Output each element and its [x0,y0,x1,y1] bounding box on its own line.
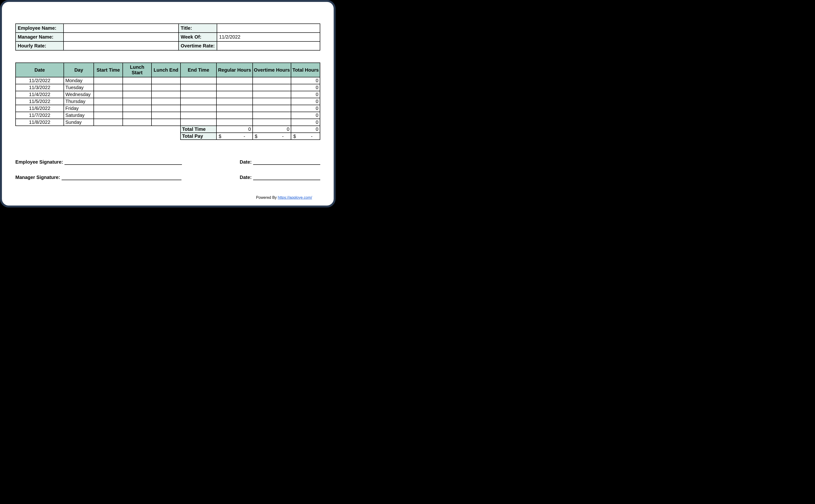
manager-signature-line[interactable] [62,174,181,180]
cell-day: Thursday [64,98,94,105]
employee-name-label: Employee Name: [16,24,63,33]
info-row-3: Hourly Rate: Overtime Rate: [16,41,320,50]
info-table: Employee Name: Title: Manager Name: Week… [15,23,320,51]
cell-total: 0 [291,77,320,84]
cell-ot[interactable] [253,84,291,91]
table-row: 11/3/2022Tuesday0 [16,84,320,91]
hourly-rate-value[interactable] [63,41,179,50]
col-end-time: End Time [180,63,217,77]
total-reg-time: 0 [216,126,253,133]
cell-lstart[interactable] [123,105,151,112]
cell-start[interactable] [94,105,122,112]
cell-ot[interactable] [253,77,291,84]
employee-date-line[interactable] [253,159,320,165]
cell-ot[interactable] [253,112,291,119]
cell-total: 0 [291,98,320,105]
overtime-rate-value[interactable] [217,41,320,50]
total-total-time: 0 [291,126,320,133]
cell-date: 11/2/2022 [16,77,64,84]
footer-link[interactable]: https://apploye.com/ [278,195,312,200]
table-row: 11/6/2022Friday0 [16,105,320,112]
pay-dash: - [243,133,245,139]
cell-start[interactable] [94,119,122,126]
title-label: Title: [179,24,217,33]
cell-start[interactable] [94,77,122,84]
col-day: Day [64,63,94,77]
cell-reg[interactable] [216,77,253,84]
cell-ot[interactable] [253,105,291,112]
cell-day: Tuesday [64,84,94,91]
cell-reg[interactable] [216,98,253,105]
cell-lend[interactable] [151,119,180,126]
cell-day: Wednesday [64,91,94,98]
cell-end[interactable] [180,98,217,105]
cell-end[interactable] [180,105,217,112]
powered-by-text: Powered By [256,195,278,200]
employee-name-value[interactable] [63,24,179,33]
cell-start[interactable] [94,84,122,91]
total-pay-ot: $ - [253,133,291,140]
cell-lstart[interactable] [123,112,151,119]
cell-end[interactable] [180,84,217,91]
cell-date: 11/4/2022 [16,91,64,98]
cell-lstart[interactable] [123,98,151,105]
total-pay-reg: $ - [216,133,253,140]
table-row: 11/5/2022Thursday0 [16,98,320,105]
cell-end[interactable] [180,91,217,98]
col-start-time: Start Time [94,63,122,77]
employee-signature-row: Employee Signature: Date: [15,159,320,165]
manager-name-value[interactable] [63,33,179,41]
cell-end[interactable] [180,112,217,119]
table-row: 11/4/2022Wednesday0 [16,91,320,98]
cell-reg[interactable] [216,91,253,98]
cell-lend[interactable] [151,91,180,98]
cell-day: Monday [64,77,94,84]
manager-date-line[interactable] [253,174,320,180]
cell-date: 11/8/2022 [16,119,64,126]
cell-reg[interactable] [216,84,253,91]
cell-day: Friday [64,105,94,112]
cell-ot[interactable] [253,98,291,105]
cell-start[interactable] [94,98,122,105]
cell-start[interactable] [94,112,122,119]
cell-date: 11/3/2022 [16,84,64,91]
cell-lend[interactable] [151,77,180,84]
pay-dash: - [311,133,312,139]
cell-lstart[interactable] [123,77,151,84]
week-of-label: Week Of: [179,33,217,41]
cell-end[interactable] [180,119,217,126]
cell-lstart[interactable] [123,91,151,98]
cell-date: 11/5/2022 [16,98,64,105]
cell-reg[interactable] [216,105,253,112]
cell-lend[interactable] [151,84,180,91]
manager-signature-label: Manager Signature: [15,175,62,180]
currency-symbol: $ [255,133,257,139]
manager-signature-row: Manager Signature: Date: [15,174,320,180]
cell-ot[interactable] [253,119,291,126]
cell-end[interactable] [180,77,217,84]
cell-total: 0 [291,119,320,126]
cell-total: 0 [291,84,320,91]
cell-ot[interactable] [253,91,291,98]
col-lunch-start: Lunch Start [123,63,151,77]
cell-start[interactable] [94,91,122,98]
manager-name-label: Manager Name: [16,33,63,41]
week-of-value[interactable]: 11/2/2022 [217,33,320,41]
cell-lend[interactable] [151,105,180,112]
employee-signature-line[interactable] [64,159,182,165]
cell-total: 0 [291,112,320,119]
total-pay-label: Total Pay [180,133,217,140]
cell-reg[interactable] [216,119,253,126]
cell-lend[interactable] [151,112,180,119]
cell-lend[interactable] [151,98,180,105]
total-time-label: Total Time [180,126,217,133]
time-header-row: Date Day Start Time Lunch Start Lunch En… [16,63,320,77]
cell-total: 0 [291,105,320,112]
title-value[interactable] [217,24,320,33]
employee-signature-label: Employee Signature: [15,159,64,165]
signatures-block: Employee Signature: Date: Manager Signat… [15,159,320,180]
cell-lstart[interactable] [123,84,151,91]
cell-reg[interactable] [216,112,253,119]
cell-lstart[interactable] [123,119,151,126]
col-regular-hours: Regular Hours [216,63,253,77]
